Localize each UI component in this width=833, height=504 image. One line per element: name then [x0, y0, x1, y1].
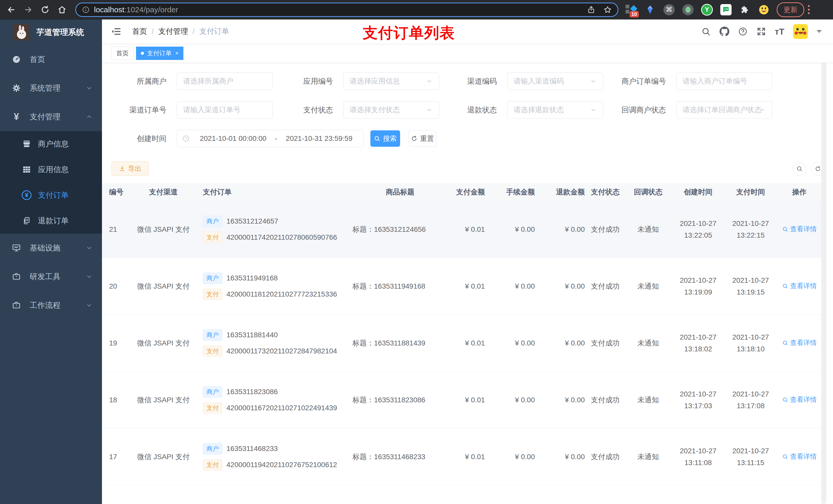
view-detail-link[interactable]: 查看详情: [782, 224, 817, 234]
share-icon[interactable]: [587, 5, 596, 14]
page-scrollbar[interactable]: [821, 23, 826, 504]
cell-id: 21: [102, 225, 130, 234]
col-header-channel[interactable]: 支付渠道: [130, 187, 197, 197]
channel-pay-no: 4200001174202110278060590766: [227, 233, 337, 241]
browser-profile-avatar[interactable]: [758, 4, 770, 16]
pay-status-label: 支付状态: [266, 101, 333, 119]
sidebar-submenu-payment: 商户信息 应用信息 ¥ 支付订单 退款订单: [0, 131, 102, 234]
refund-status-label: 退款状态: [430, 101, 497, 119]
browser-menu-icon[interactable]: [808, 5, 810, 14]
avatar-dropdown-caret[interactable]: [817, 30, 822, 33]
tag-home[interactable]: 首页: [112, 47, 134, 60]
view-detail-link[interactable]: 查看详情: [782, 282, 817, 290]
col-header-pay-time[interactable]: 支付时间: [726, 187, 776, 197]
close-icon[interactable]: ×: [175, 50, 178, 56]
extension-record-icon[interactable]: [682, 4, 694, 16]
search-button[interactable]: 搜索: [371, 130, 400, 147]
col-header-title[interactable]: 商品标题: [351, 187, 448, 197]
reset-button[interactable]: 重置: [408, 130, 436, 147]
col-header-refund[interactable]: 退款金额: [535, 187, 585, 197]
help-icon[interactable]: [738, 27, 748, 37]
forward-icon: [24, 5, 33, 14]
sidebar-item-label: 支付订单: [38, 190, 93, 200]
sidebar-item-dev-tools[interactable]: 研发工具: [0, 262, 102, 291]
channel-code-select[interactable]: [507, 72, 603, 90]
site-info-icon[interactable]: [82, 6, 90, 14]
table-row-partial[interactable]: 商户 1635311351796: [102, 485, 823, 504]
view-detail-link[interactable]: 查看详情: [782, 452, 817, 461]
font-size-icon[interactable]: тT: [775, 27, 784, 37]
sidebar-item-label: 商户信息: [38, 139, 93, 149]
view-detail-link[interactable]: 查看详情: [782, 338, 817, 347]
search-icon[interactable]: [701, 27, 711, 37]
browser-home-button[interactable]: [56, 4, 68, 15]
status-text: 支付成功: [591, 282, 620, 290]
col-header-fee[interactable]: 手续金额: [485, 187, 535, 197]
browser-forward-button[interactable]: [23, 4, 34, 15]
user-avatar[interactable]: [793, 24, 808, 39]
tag-pay-order[interactable]: 支付订单 ×: [136, 47, 184, 60]
chevron-down-icon: [86, 244, 93, 251]
col-header-status[interactable]: 支付状态: [585, 187, 626, 197]
export-button[interactable]: 导出: [112, 161, 149, 176]
sidebar-item-merchant-info[interactable]: 商户信息: [0, 131, 102, 157]
browser-back-button[interactable]: [6, 4, 17, 15]
col-header-action[interactable]: 操作: [776, 187, 823, 197]
sidebar-item-home[interactable]: 首页: [0, 45, 102, 74]
cell-fee: ¥ 0.00: [485, 453, 535, 461]
browser-update-button[interactable]: 更新: [777, 2, 804, 17]
extension-grid-icon[interactable]: 10: [625, 4, 637, 16]
sidebar-item-pay-order[interactable]: ¥ 支付订单: [0, 182, 102, 208]
extension-command-icon[interactable]: ⌘: [663, 4, 675, 16]
table-row[interactable]: 20 微信 JSAPI 支付 商户 1635311949168 支付 42000…: [102, 258, 823, 315]
breadcrumb-separator: /: [152, 27, 154, 36]
cell-create-time: 2021-10-2713:22:05: [671, 219, 726, 239]
sidebar-item-workflow[interactable]: 工作流程: [0, 291, 102, 320]
col-header-create-time[interactable]: 创建时间: [671, 187, 726, 197]
browser-reload-button[interactable]: [40, 4, 51, 15]
sidebar-item-infrastructure[interactable]: 基础设施: [0, 234, 102, 262]
table-row[interactable]: 19 微信 JSAPI 支付 商户 1635311881440 支付 42000…: [102, 315, 823, 371]
view-detail-link[interactable]: 查看详情: [782, 395, 817, 404]
col-header-notify[interactable]: 回调状态: [626, 187, 671, 197]
table-row[interactable]: 21 微信 JSAPI 支付 商户 1635312124657 支付 42000…: [102, 201, 823, 258]
channel-order-input[interactable]: [177, 101, 273, 119]
extension-chat-icon[interactable]: [720, 4, 732, 16]
col-header-amount[interactable]: 支付金额: [448, 187, 485, 197]
cell-refund: ¥ 0.00: [535, 282, 585, 290]
extension-y-icon[interactable]: Y: [701, 4, 713, 16]
fullscreen-icon[interactable]: [756, 27, 766, 37]
cell-refund: ¥ 0.00: [535, 339, 585, 347]
bookmark-star-icon[interactable]: [603, 5, 612, 14]
table-row[interactable]: 18 微信 JSAPI 支付 商户 1635311823086 支付 42000…: [102, 371, 823, 429]
breadcrumb-pay-management[interactable]: 支付管理: [158, 26, 188, 37]
sidebar-item-system[interactable]: 系统管理: [0, 74, 102, 102]
breadcrumb-home[interactable]: 首页: [132, 26, 147, 37]
merchant-order-input[interactable]: [676, 72, 772, 90]
cell-notify-status: 未通知: [626, 395, 671, 405]
notify-status-select[interactable]: [676, 101, 772, 119]
col-header-pay-order[interactable]: 支付订单: [197, 187, 351, 197]
merchant-input[interactable]: [177, 72, 273, 90]
address-bar[interactable]: localhost:1024/pay/order: [75, 3, 618, 17]
sidebar-item-payment[interactable]: ¥ 支付管理: [0, 102, 102, 131]
sidebar-collapse-icon[interactable]: [111, 26, 122, 37]
cell-amount: ¥ 0.01: [448, 282, 485, 290]
extension-gem-icon[interactable]: [644, 4, 656, 16]
status-text: 支付成功: [591, 453, 620, 461]
github-icon[interactable]: [719, 27, 729, 37]
date-range-picker[interactable]: 2021-10-01 00:00:00 - 2021-10-31 23:59:5…: [177, 130, 364, 147]
sidebar-item-refund-order[interactable]: 退款订单: [0, 208, 102, 234]
top-navbar: 首页 / 支付管理 / 支付订单 支付订单列表 тT: [102, 20, 833, 44]
pay-status-select[interactable]: [343, 101, 439, 119]
sidebar-item-app-info[interactable]: 应用信息: [0, 157, 102, 182]
table-row[interactable]: 17 微信 JSAPI 支付 商户 1635311468233 支付 42000…: [102, 429, 823, 485]
sidebar-logo[interactable]: 芋道管理系统: [0, 20, 102, 45]
col-header-id[interactable]: 编号: [102, 187, 130, 197]
pay-tag: 支付: [203, 459, 222, 471]
app-select[interactable]: [343, 72, 439, 90]
extensions-puzzle-icon[interactable]: [739, 4, 751, 16]
refund-status-select[interactable]: [507, 101, 603, 119]
hide-search-button[interactable]: [792, 162, 806, 176]
merchant-tag: 商户: [203, 272, 222, 284]
